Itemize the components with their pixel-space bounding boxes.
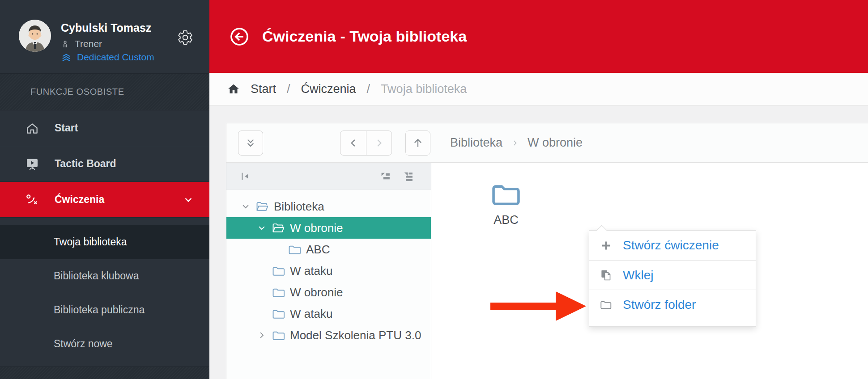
- chevron-placeholder: [256, 265, 268, 277]
- user-plan[interactable]: Dedicated Custom: [77, 52, 154, 63]
- exercises-tactics-icon: [25, 193, 39, 207]
- person-icon: [61, 40, 69, 48]
- tree-item-biblioteka[interactable]: Biblioteka: [226, 196, 431, 217]
- sidebar-next-section-band: [0, 366, 209, 379]
- chevron-left-icon: [348, 137, 359, 149]
- chevron-down-icon[interactable]: [256, 222, 268, 234]
- folder-icon: [272, 329, 285, 341]
- expand-all-icon[interactable]: [403, 171, 414, 182]
- breadcrumb-cwiczenia[interactable]: Ćwiczenia: [301, 82, 356, 96]
- sidebar-nav: Start Tactic Board Ćwiczenia: [0, 110, 209, 361]
- subitem-label: Twoja biblioteka: [54, 236, 127, 248]
- library-toolbar: Biblioteka W obronie: [226, 123, 868, 163]
- folder-icon: [600, 299, 612, 311]
- menu-item-label: Wklej: [623, 268, 653, 282]
- chevron-right-icon: [373, 137, 385, 149]
- breadcrumb-current: Twoja biblioteka: [381, 82, 467, 96]
- library-panel: Biblioteka W obronie: [226, 123, 868, 379]
- go-up-button[interactable]: [405, 131, 430, 156]
- chevron-down-icon[interactable]: [240, 201, 251, 212]
- nav-back-button[interactable]: [340, 131, 366, 155]
- double-chevron-down-icon: [244, 137, 257, 149]
- breadcrumb-start[interactable]: Start: [251, 82, 276, 96]
- sidebar: Cybulski Tomasz Trener Dedicated Custom …: [0, 0, 209, 379]
- folder-icon: [490, 181, 522, 207]
- collapse-all-icon[interactable]: [380, 171, 391, 182]
- folder-icon: [272, 265, 285, 277]
- tree-item-label: W obronie: [290, 221, 343, 235]
- content-wrap: Biblioteka W obronie: [209, 105, 868, 379]
- tree-item-abc[interactable]: ABC: [226, 239, 431, 260]
- context-menu: Stwórz ćwiczenie Wklej: [589, 230, 756, 327]
- back-circle-icon[interactable]: [229, 26, 250, 47]
- arrow-up-icon: [412, 137, 424, 149]
- tree-item-label: Model Szkolenia PTU 3.0: [290, 328, 421, 342]
- sidebar-subitem-twoja-biblioteka[interactable]: Twoja biblioteka: [0, 225, 209, 259]
- sidebar-subitem-stworz-nowe[interactable]: Stwórz nowe: [0, 327, 209, 361]
- menu-item-stworz-cwiczenie[interactable]: Stwórz ćwiczenie: [589, 231, 756, 260]
- tree-header: [226, 163, 431, 190]
- sidebar-submenu: Twoja biblioteka Biblioteka klubowa Bibl…: [0, 218, 209, 361]
- history-nav-group: [340, 131, 392, 156]
- sidebar-subitem-biblioteka-publiczna[interactable]: Biblioteka publiczna: [0, 293, 209, 327]
- folder-tile-label: ABC: [474, 213, 538, 227]
- user-role: Trener: [75, 38, 102, 49]
- profile-section: Cybulski Tomasz Trener Dedicated Custom: [0, 0, 209, 74]
- tree-item-label: W ataku: [290, 307, 332, 321]
- folder-icon: [272, 286, 285, 298]
- subitem-label: Biblioteka klubowa: [54, 270, 139, 282]
- sidebar-item-label: Tactic Board: [55, 158, 116, 170]
- gear-icon[interactable]: [177, 29, 193, 46]
- sidebar-item-tactic-board[interactable]: Tactic Board: [0, 146, 209, 182]
- avatar: [19, 20, 51, 52]
- menu-item-label: Stwórz ćwiczenie: [623, 238, 719, 253]
- collapse-pane-icon[interactable]: [240, 171, 251, 182]
- sidebar-item-label: Ćwiczenia: [55, 194, 104, 206]
- red-pointer-arrow: [490, 289, 586, 324]
- page-title-bold: Ćwiczenia: [262, 28, 336, 45]
- tree-item-label: Biblioteka: [274, 200, 324, 214]
- menu-item-wklej[interactable]: Wklej: [589, 260, 756, 290]
- tree-item-label: ABC: [306, 243, 330, 257]
- tree-item-label: W obronie: [290, 286, 343, 299]
- page-title-rest: - Twoja biblioteka: [340, 28, 467, 45]
- chevron-placeholder: [272, 244, 284, 255]
- user-name: Cybulski Tomasz: [61, 21, 151, 34]
- sidebar-item-cwiczenia[interactable]: Ćwiczenia: [0, 182, 209, 218]
- section-label: FUNKCJE OSOBISTE: [30, 87, 124, 97]
- page-title: Ćwiczenia - Twoja biblioteka: [262, 28, 467, 45]
- nav-forward-button[interactable]: [366, 131, 391, 155]
- path-root[interactable]: Biblioteka: [450, 136, 502, 150]
- breadcrumb-separator: /: [367, 82, 370, 96]
- folder-content-pane: ABC Stwórz ćwiczenie: [431, 163, 868, 379]
- plan-chevrons-icon: [61, 52, 72, 63]
- subitem-label: Biblioteka publiczna: [54, 304, 145, 316]
- subitem-label: Stwórz nowe: [54, 338, 113, 350]
- collapse-toolbar-button[interactable]: [238, 131, 263, 156]
- menu-item-stworz-folder[interactable]: Stwórz folder: [589, 290, 756, 319]
- tactic-board-icon: [25, 157, 39, 171]
- avatar-image: [19, 20, 51, 52]
- sidebar-subitem-biblioteka-klubowa[interactable]: Biblioteka klubowa: [0, 259, 209, 293]
- panel-body: Biblioteka W obronie: [226, 163, 868, 379]
- folder-tile-abc[interactable]: ABC: [474, 181, 538, 227]
- tree-item-w-ataku-1[interactable]: W ataku: [226, 260, 431, 282]
- sidebar-item-label: Start: [55, 122, 78, 134]
- chevron-right-icon[interactable]: [256, 329, 268, 341]
- tree-item-w-obronie-selected[interactable]: W obronie: [226, 217, 431, 239]
- chevron-right-icon: [511, 139, 519, 147]
- chevron-down-icon: [183, 194, 194, 206]
- page-header: Ćwiczenia - Twoja biblioteka: [209, 0, 868, 73]
- sidebar-item-start[interactable]: Start: [0, 110, 209, 146]
- chevron-placeholder: [256, 286, 268, 298]
- folder-tree: Biblioteka W obronie: [226, 190, 431, 346]
- breadcrumb: Start / Ćwiczenia / Twoja biblioteka: [209, 73, 868, 105]
- tree-item-w-ataku-2[interactable]: W ataku: [226, 303, 431, 324]
- menu-item-label: Stwórz folder: [623, 298, 696, 312]
- home-icon[interactable]: [227, 83, 240, 95]
- folder-open-icon: [256, 201, 269, 212]
- breadcrumb-separator: /: [287, 82, 290, 96]
- main-area: Ćwiczenia - Twoja biblioteka Start / Ćwi…: [209, 0, 868, 379]
- tree-item-model-szkolenia[interactable]: Model Szkolenia PTU 3.0: [226, 324, 431, 346]
- tree-item-w-obronie-2[interactable]: W obronie: [226, 282, 431, 303]
